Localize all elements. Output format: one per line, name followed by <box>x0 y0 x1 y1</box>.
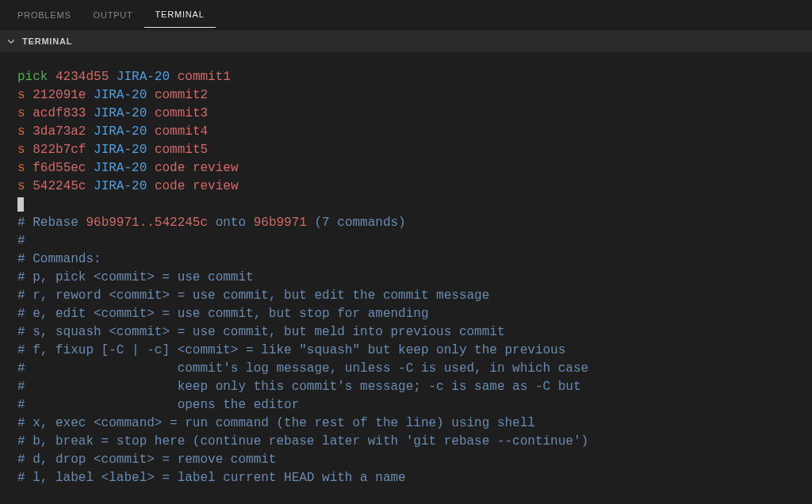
commit-hash: f6d55ec <box>33 161 86 175</box>
panel-tabs: PROBLEMS OUTPUT TERMINAL <box>0 0 812 30</box>
rebase-line: s acdf833 JIRA-20 commit3 <box>17 105 804 123</box>
terminal-content[interactable]: pick 4234d55 JIRA-20 commit1s 212091e JI… <box>0 52 812 487</box>
tab-output[interactable]: OUTPUT <box>82 2 144 28</box>
comment-line: # opens the editor <box>17 396 804 414</box>
ticket-id: JIRA-20 <box>94 124 147 139</box>
tab-terminal[interactable]: TERMINAL <box>144 2 216 28</box>
commit-msg: commit5 <box>155 143 208 157</box>
commit-msg: code review <box>155 179 239 193</box>
ticket-id: JIRA-20 <box>94 106 147 120</box>
commit-msg: commit4 <box>155 124 208 139</box>
comment-line: # commit's log message, unless -C is use… <box>17 360 804 378</box>
comment-line: # b, break = stop here (continue rebase … <box>17 433 804 451</box>
rebase-action: s <box>17 106 25 120</box>
comment-line: # s, squash <commit> = use commit, but m… <box>17 323 804 342</box>
tab-problems[interactable]: PROBLEMS <box>6 2 82 28</box>
comment-line: # <box>17 232 804 250</box>
comment-line: # x, exec <command> = run command (the r… <box>17 414 804 433</box>
ticket-id: JIRA-20 <box>94 88 147 102</box>
cursor-line <box>17 196 804 214</box>
commit-hash: acdf833 <box>33 106 86 120</box>
rebase-line: s 822b7cf JIRA-20 commit5 <box>17 141 804 159</box>
commit-hash: 822b7cf <box>33 143 86 157</box>
commit-msg: commit3 <box>155 106 208 120</box>
ticket-id: JIRA-20 <box>94 143 147 157</box>
commit-msg: commit2 <box>155 88 208 102</box>
commit-hash: 212091e <box>33 88 86 102</box>
commit-hash: 4234d55 <box>56 70 109 84</box>
commit-msg: code review <box>155 161 239 175</box>
rebase-line: s 3da73a2 JIRA-20 commit4 <box>17 123 804 141</box>
rebase-action: pick <box>17 70 48 84</box>
chevron-down-icon <box>6 36 16 46</box>
rebase-line: s 212091e JIRA-20 commit2 <box>17 86 804 105</box>
rebase-action: s <box>17 124 25 139</box>
panel-title: TERMINAL <box>22 36 72 46</box>
rebase-action: s <box>17 161 25 175</box>
comment-line: # l, label <label> = label current HEAD … <box>17 469 804 487</box>
comment-line: # r, reword <commit> = use commit, but e… <box>17 287 804 305</box>
rebase-action: s <box>17 179 25 193</box>
commit-msg: commit1 <box>178 70 231 84</box>
comment-line: # e, edit <commit> = use commit, but sto… <box>17 305 804 323</box>
panel-header-bar[interactable]: TERMINAL <box>0 30 812 52</box>
rebase-action: s <box>17 143 25 157</box>
ticket-id: JIRA-20 <box>94 161 147 175</box>
comment-line: # d, drop <commit> = remove commit <box>17 451 804 469</box>
commit-hash: 3da73a2 <box>33 124 86 139</box>
rebase-line: s 542245c JIRA-20 code review <box>17 178 804 196</box>
commit-hash: 542245c <box>33 179 86 193</box>
text-cursor <box>17 197 24 212</box>
comment-line: # keep only this commit's message; -c is… <box>17 378 804 396</box>
comment-line: # f, fixup [-C | -c] <commit> = like "sq… <box>17 342 804 360</box>
rebase-header-comment: # Rebase 96b9971..542245c onto 96b9971 (… <box>17 214 804 232</box>
rebase-line: pick 4234d55 JIRA-20 commit1 <box>17 68 804 86</box>
rebase-action: s <box>17 88 25 102</box>
comment-line: # Commands: <box>17 250 804 269</box>
comment-line: # p, pick <commit> = use commit <box>17 269 804 287</box>
ticket-id: JIRA-20 <box>117 70 170 84</box>
ticket-id: JIRA-20 <box>94 179 147 193</box>
rebase-line: s f6d55ec JIRA-20 code review <box>17 159 804 178</box>
